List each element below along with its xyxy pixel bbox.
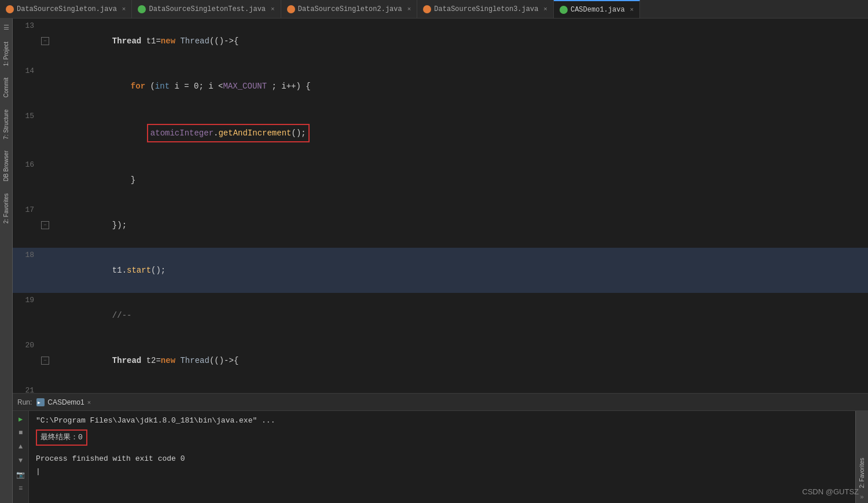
const-maxcount: MAX_COUNT [223, 82, 267, 91]
kw-thread: Thread [112, 36, 146, 46]
code-line-19: 19 //-- [13, 293, 868, 338]
sidebar-item-structure[interactable]: 7: Structure [1, 104, 11, 145]
fold-13[interactable]: − [39, 19, 52, 64]
run-format-button[interactable]: ≡ [15, 483, 27, 494]
run-result-box: 最终结果：0 [36, 429, 87, 446]
run-header: Run: ▶ CASDemo1 × [13, 394, 868, 411]
tab-close-btn[interactable]: × [271, 6, 275, 13]
code-line-18: 18 t1.start(); [13, 248, 868, 293]
tab-icon-green [560, 6, 568, 14]
main-layout: ☰ 1: Project Commit 7: Structure DB Brow… [0, 19, 868, 503]
fold-21 [39, 383, 52, 393]
code-line-16: 16 } [13, 157, 868, 203]
code-editor: 13 − Thread t1=new Thread(()->{ 14 for (… [13, 19, 868, 393]
line-content-16: } [52, 157, 868, 203]
run-tab-icon: ▶ [36, 398, 45, 406]
kw-for: for [131, 82, 150, 91]
cls-thread: Thread [180, 36, 209, 46]
sidebar-item-dbbrowser[interactable]: DB Browser [1, 145, 11, 187]
code-line-13: 13 − Thread t1=new Thread(()->{ [13, 19, 868, 64]
run-play-button[interactable]: ▶ [15, 413, 27, 425]
chevron-down-icon[interactable]: » [858, 491, 866, 503]
fold-16 [39, 157, 52, 203]
kw-new: new [161, 36, 181, 46]
line-content-18: t1.start(); [52, 248, 868, 293]
run-panel: Run: ▶ CASDemo1 × ▶ ■ ▲ ▼ 📷 [13, 393, 868, 503]
line-number-15: 15 [13, 109, 39, 157]
fold-18 [39, 248, 52, 293]
tab-close-btn[interactable]: × [543, 6, 547, 13]
run-command-text: "C:\Program Files\Java\jdk1.8.0_181\bin\… [36, 416, 275, 425]
var-t1: t1= [146, 36, 161, 46]
red-box-increment: atomicInteger.getAndIncrement(); [147, 124, 310, 142]
fold-20[interactable]: − [39, 338, 52, 383]
outer-left-sidebar: ☰ 1: Project Commit 7: Structure DB Brow… [0, 19, 13, 503]
run-screenshot-button[interactable]: 📷 [15, 469, 27, 480]
favorites-label-bottom[interactable]: 2: Favorites [857, 454, 867, 491]
sidebar-item-project[interactable]: 1: Project [1, 36, 11, 72]
arrow: )->{ [219, 36, 239, 46]
run-tab-close[interactable]: × [87, 399, 91, 406]
run-tab[interactable]: ▶ CASDemo1 × [36, 398, 91, 406]
fold-icon-13[interactable]: − [41, 37, 49, 45]
line-content-15: atomicInteger.getAndIncrement(); [52, 109, 868, 157]
line-content-19: //-- [52, 293, 868, 338]
code-line-20: 20 − Thread t2=new Thread(()->{ [13, 338, 868, 383]
hamburger-icon[interactable]: ☰ [3, 19, 9, 36]
code-line-15: 15 atomicInteger.getAndIncrement(); [13, 109, 868, 157]
line-number-17: 17 [13, 203, 39, 248]
sidebar-item-favorites[interactable]: 2: Favorites [1, 188, 11, 229]
fold-icon-17[interactable]: − [41, 221, 49, 229]
code-line-17: 17 − }); [13, 203, 868, 248]
run-scroll-down-button[interactable]: ▼ [15, 455, 27, 467]
tab-datasourcesingleton[interactable]: DataSourceSingleton.java × [0, 0, 132, 18]
sidebar-item-commit[interactable]: Commit [1, 72, 11, 103]
tab-close-btn[interactable]: × [407, 6, 411, 13]
fold-15 [39, 109, 52, 157]
run-controls: ▶ ■ ▲ ▼ 📷 ≡ [13, 411, 29, 503]
tab-label: DataSourceSingleton.java [17, 5, 117, 13]
run-tab-label: CASDemo1 [47, 398, 84, 406]
tab-close-btn[interactable]: × [630, 6, 634, 13]
tab-label: DataSourceSingletonTest.java [149, 5, 266, 13]
line-number-13: 13 [13, 19, 39, 64]
type-int: int [155, 82, 175, 91]
line-content-14: for (int i = 0; i <MAX_COUNT ; i++) { [52, 64, 868, 109]
run-output: "C:\Program Files\Java\jdk1.8.0_181\bin\… [29, 411, 855, 503]
fold-14 [39, 64, 52, 109]
run-command-line: "C:\Program Files\Java\jdk1.8.0_181\bin\… [36, 414, 848, 427]
line-number-21: 21 [13, 383, 39, 393]
code-line-14: 14 for (int i = 0; i <MAX_COUNT ; i++) { [13, 64, 868, 109]
tab-icon-orange [6, 5, 14, 13]
run-stop-button[interactable]: ■ [15, 427, 27, 439]
tab-icon-green [138, 5, 146, 13]
fold-icon-20[interactable]: − [41, 357, 49, 365]
run-process-line: Process finished with exit code 0 [36, 453, 848, 465]
run-scroll-up-button[interactable]: ▲ [15, 441, 27, 453]
code-line-21: 21 for (int i = 0; i <MAX_COUNT ; i++) { [13, 383, 868, 393]
line-content-17: }); [52, 203, 868, 248]
tab-bar: DataSourceSingleton.java × DataSourceSin… [0, 0, 868, 19]
run-process-text: Process finished with exit code 0 [36, 454, 185, 463]
tab-close-btn[interactable]: × [122, 6, 126, 13]
line-content-13: Thread t1=new Thread(()->{ [52, 19, 868, 64]
code-editor-area[interactable]: 13 − Thread t1=new Thread(()->{ 14 for (… [13, 19, 868, 393]
run-result-text: 最终结果：0 [41, 433, 83, 442]
fold-17[interactable]: − [39, 203, 52, 248]
run-body: ▶ ■ ▲ ▼ 📷 ≡ "C:\Program Files\Java\jdk1.… [13, 411, 868, 503]
run-cursor: | [36, 467, 41, 476]
tab-datasourcesingleton2[interactable]: DataSourceSingleton2.java × [281, 0, 418, 18]
line-number-18: 18 [13, 248, 39, 293]
watermark-text: CSDN @GUTSZ [802, 487, 859, 496]
tab-icon-orange [287, 5, 295, 13]
paren: (( [209, 36, 219, 46]
tab-casdemo1[interactable]: CASDemo1.java × [554, 0, 640, 18]
tab-datasourcesingleton-test[interactable]: DataSourceSingletonTest.java × [132, 0, 281, 18]
line-content-21: for (int i = 0; i <MAX_COUNT ; i++) { [52, 383, 868, 393]
editor-container: 13 − Thread t1=new Thread(()->{ 14 for (… [13, 19, 868, 503]
run-label: Run: [17, 398, 32, 406]
line-number-14: 14 [13, 64, 39, 109]
watermark: CSDN @GUTSZ [802, 487, 859, 496]
tab-datasourcesingleton3[interactable]: DataSourceSingleton3.java × [417, 0, 554, 18]
run-cursor-line: | [36, 465, 848, 478]
